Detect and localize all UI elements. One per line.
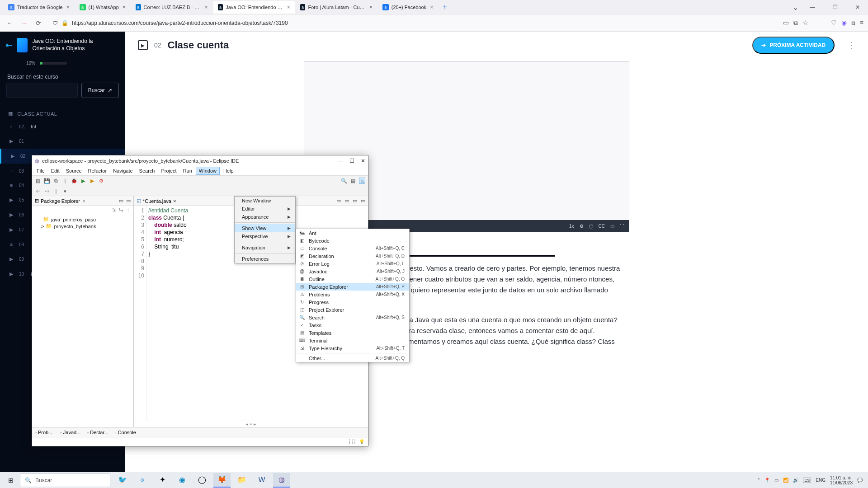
menu-item-navigation[interactable]: Navigation▶ (235, 244, 295, 252)
eclipse-menu-source[interactable]: Source (63, 167, 85, 174)
window-menu-dropdown[interactable]: New WindowEditor▶Appearance▶Show View▶Pe… (234, 196, 296, 263)
save-all-icon[interactable]: ⧉ (53, 178, 59, 184)
menu-item-editor[interactable]: Editor▶ (235, 205, 295, 213)
view-item-search[interactable]: 🔍SearchAlt+Shift+Q, S (296, 314, 409, 321)
view-item-javadoc[interactable]: @JavadocAlt+Shift+Q, J (296, 267, 409, 275)
view-item-console[interactable]: ▭ConsoleAlt+Shift+Q, C (296, 244, 409, 252)
url-field[interactable]: 🛡 🔒 https://app.aluracursos.com/course/j… (48, 17, 778, 29)
package-tree[interactable]: 📁java_primeros_paso>📁proyecto_bytebank (32, 214, 133, 231)
browser-tab[interactable]: aTraductor de Google× (4, 1, 74, 14)
eclipse-menu-file[interactable]: File (34, 167, 47, 174)
tray-wifi-icon[interactable]: 📶 (783, 478, 788, 483)
tree-node[interactable]: >📁proyecto_bytebank (35, 223, 131, 230)
tab-close-icon[interactable]: × (430, 4, 433, 10)
view-item-progress[interactable]: ↻Progress (296, 298, 409, 306)
sidebar-collapse-icon[interactable]: ⇤ (5, 40, 12, 50)
tray-location-icon[interactable]: 📍 (764, 478, 770, 483)
reader-icon[interactable]: ▭ (783, 19, 789, 27)
tray-battery-icon[interactable]: ▭ (774, 478, 778, 483)
pocket-icon[interactable]: ♡ (831, 19, 837, 27)
tab-close-icon[interactable]: × (205, 4, 208, 10)
taskbar-app-vscode[interactable]: ⟐ (134, 473, 151, 488)
view-item-tasks[interactable]: ✓Tasks (296, 321, 409, 329)
reload-button[interactable]: ⟳ (33, 18, 43, 28)
coverage-icon[interactable]: ▶ (89, 178, 95, 184)
taskbar-search[interactable]: 🔍 Buscar (20, 474, 110, 487)
menu-item-new-window[interactable]: New Window (235, 197, 295, 205)
close-icon[interactable]: × (83, 198, 85, 204)
captions-icon[interactable]: CC (599, 224, 605, 229)
settings-gear-icon[interactable]: ⚙ (580, 224, 584, 229)
bottom-tab[interactable]: ▫ Probl... (35, 430, 54, 435)
taskbar-app-bird[interactable]: 🐦 (114, 473, 131, 488)
debug-icon[interactable]: 🐞 (71, 178, 77, 184)
menu-item-appearance[interactable]: Appearance▶ (235, 213, 295, 221)
tray-clock[interactable]: 11:01 a. m. 11/06/2023 (830, 475, 853, 485)
eclipse-menubar[interactable]: FileEditSourceRefactorNavigateSearchProj… (32, 166, 368, 175)
sidebar-lesson-item[interactable]: ▫02.Int (0, 119, 125, 134)
browser-tab[interactable]: aJava OO: Entendiendo la Orient× (213, 1, 295, 14)
menu-icon[interactable]: ≡ (860, 19, 863, 27)
view-item-type-hierarchy[interactable]: ⇲Type HierarchyAlt+Shift+Q, T (296, 344, 409, 352)
open-perspective-icon[interactable]: ▦ (350, 178, 356, 184)
taskbar-app-explorer[interactable]: 📁 (233, 473, 250, 488)
ext-tools-icon[interactable]: ⚙ (98, 178, 104, 184)
java-perspective-icon[interactable]: ♨ (359, 178, 365, 184)
run-icon[interactable]: ▶ (80, 178, 86, 184)
view-menu-icon[interactable]: ⋮ (126, 207, 131, 213)
taskbar-app-firefox[interactable]: 🦊 (213, 473, 231, 488)
link-editor-icon[interactable]: ⇆ (119, 207, 123, 213)
view-item-declaration[interactable]: ◩DeclarationAlt+Shift+Q, D (296, 252, 409, 260)
tray-lang[interactable]: ENG (816, 478, 826, 483)
tab-close-icon[interactable]: × (287, 4, 290, 10)
tray-notifications-icon[interactable]: 💬 (857, 478, 863, 483)
browser-tab[interactable]: aCorreo: LUZ BAEZ B - Outlook× (131, 1, 212, 14)
fullscreen-icon[interactable]: ⛶ (620, 224, 624, 229)
tray-ime[interactable]: ES (803, 478, 811, 483)
tab-overflow-icon[interactable]: ⌄ (793, 3, 798, 12)
tip-bulb-icon[interactable]: 💡 (359, 439, 364, 444)
tab-close-icon[interactable]: × (66, 4, 69, 10)
bookmark-star-icon[interactable]: ☆ (802, 19, 808, 27)
window-restore[interactable]: ❐ (826, 1, 844, 14)
lesson-kebab-menu[interactable]: ⋮ (847, 40, 855, 50)
tray-chevron-icon[interactable]: ˄ (758, 478, 760, 483)
search-icon[interactable]: 🔍 (341, 178, 347, 184)
eclipse-menu-run[interactable]: Run (180, 167, 195, 174)
eclipse-maximize[interactable]: ☐ (349, 158, 354, 164)
browser-tab[interactable]: a(1) WhatsApp× (75, 1, 130, 14)
bottom-tab[interactable]: ▫ Declar... (87, 430, 108, 435)
tray-volume-icon[interactable]: 🔊 (793, 478, 798, 483)
eclipse-menu-help[interactable]: Help (221, 167, 236, 174)
course-search-button[interactable]: Buscar ↗ (81, 83, 119, 98)
window-close[interactable]: ✕ (849, 1, 866, 14)
eclipse-menu-window[interactable]: Window (196, 167, 220, 175)
back-button[interactable]: ← (5, 18, 14, 28)
bottom-tab[interactable]: ▫ Javad... (60, 430, 80, 435)
view-item-problems[interactable]: ⚠ProblemsAlt+Shift+Q, X (296, 291, 409, 298)
view-item-package-explorer[interactable]: ⊞Package ExplorerAlt+Shift+Q, P (296, 283, 409, 291)
save-icon[interactable]: 💾 (44, 178, 50, 184)
taskbar-app-chrome[interactable]: ◯ (193, 473, 211, 488)
tab-close-icon[interactable]: × (369, 4, 373, 10)
view-item-ant[interactable]: 🐜Ant (296, 229, 409, 237)
window-minimize[interactable]: — (804, 1, 821, 14)
speed-label[interactable]: 1x (569, 224, 574, 229)
taskbar-app-edge[interactable]: ◉ (174, 473, 191, 488)
bottom-tab[interactable]: ▫ Console (115, 430, 136, 435)
tab-close-icon[interactable]: × (123, 4, 126, 10)
browser-tab[interactable]: a(20+) Facebook× (378, 1, 438, 14)
eclipse-bottom-tabs[interactable]: ▫ Probl...▫ Javad...▫ Declar...▫ Console (32, 427, 368, 437)
eclipse-menu-search[interactable]: Search (137, 167, 158, 174)
view-item-outline[interactable]: ≣OutlineAlt+Shift+Q, O (296, 275, 409, 283)
start-button[interactable]: ⊞ (2, 473, 20, 488)
view-item-bytecode[interactable]: ◧Bytecode (296, 237, 409, 244)
browser-tab[interactable]: aForo | Alura Latam - Cursos onl× (296, 1, 377, 14)
eclipse-close[interactable]: ✕ (361, 158, 365, 164)
eclipse-menu-project[interactable]: Project (158, 167, 179, 174)
view-item-terminal[interactable]: ⌨Terminal (296, 337, 409, 344)
forward-button[interactable]: → (19, 18, 29, 28)
next-activity-button[interactable]: ➔ PRÓXIMA ACTIVIDAD (752, 37, 835, 54)
taskbar-app-slack[interactable]: ✦ (154, 473, 171, 488)
extensions-icon[interactable]: ⧈ (851, 19, 855, 27)
